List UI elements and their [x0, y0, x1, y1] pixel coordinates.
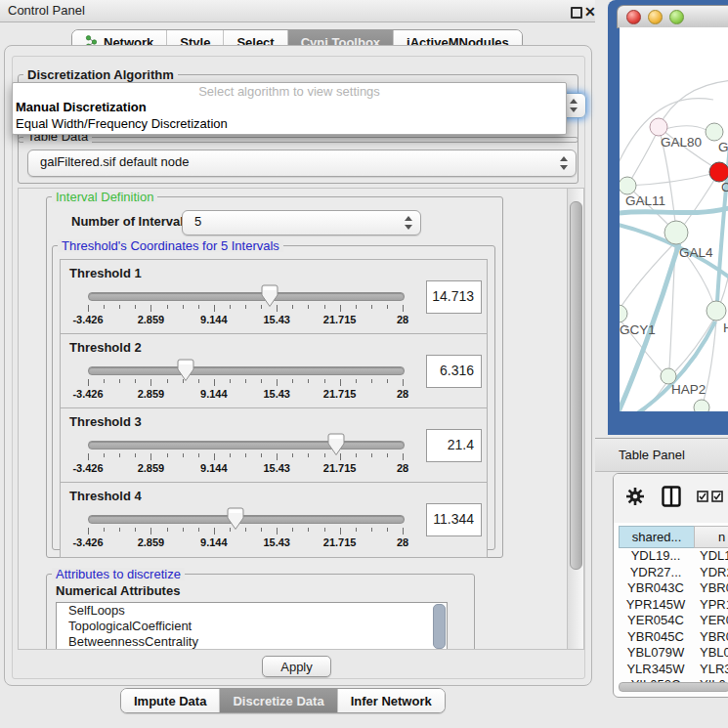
network-window-titlebar[interactable] [617, 5, 728, 28]
tick-label: 2.859 [121, 536, 180, 548]
tick-label: -3.426 [59, 388, 117, 400]
gear-icon[interactable] [625, 487, 645, 506]
network-edge [665, 126, 707, 130]
table-row[interactable]: YBL079WYBL0 [614, 645, 728, 661]
tick-mark [356, 453, 357, 457]
threshold-slider-thumb[interactable] [177, 359, 194, 382]
tick-mark [387, 379, 388, 383]
node-gal4[interactable] [664, 221, 688, 244]
attribute-item-selfloops[interactable]: SelfLoops [57, 603, 447, 619]
attribute-item-betweennesscentrality[interactable]: BetweennessCentrality [57, 634, 447, 650]
tick-mark [119, 453, 120, 457]
scrollbar-thumb[interactable] [570, 201, 582, 570]
node-gal80[interactable] [650, 118, 667, 136]
network-canvas[interactable]: GAL80GACGAL11GAL4GCY1HHAP2 [620, 27, 728, 411]
combo-stepper-icon [569, 99, 577, 112]
threshold-slider-track[interactable] [88, 441, 405, 450]
attribute-item-topologicalcoefficient[interactable]: TopologicalCoefficient [57, 619, 447, 634]
network-edge [659, 80, 728, 127]
tick-mark [308, 305, 309, 309]
column-header-name[interactable]: n [694, 526, 728, 548]
tick-mark [356, 528, 357, 532]
table-row[interactable]: YLR345WYLR3 [614, 662, 728, 677]
node-h[interactable] [707, 301, 726, 321]
threshold-label: Threshold 4 [69, 489, 142, 503]
threshold-value-field[interactable]: 11.344 [426, 503, 482, 536]
tick-mark [340, 305, 341, 312]
threshold-value-field[interactable]: 14.713 [426, 280, 482, 314]
network-view-window[interactable]: GAL80GACGAL11GAL4GCY1HHAP2 [608, 0, 728, 435]
cell-name: YBL0 [700, 645, 728, 661]
threshold-slider-track[interactable] [88, 515, 405, 524]
table-hscrollbar[interactable] [619, 682, 728, 692]
tick-mark [277, 528, 278, 535]
threshold-slider-track[interactable] [88, 366, 405, 375]
threshold-slider-thumb[interactable] [261, 284, 278, 308]
threshold-value-field[interactable]: 6.316 [426, 355, 482, 388]
tick-mark [167, 528, 168, 532]
node-red[interactable] [709, 162, 728, 182]
tab-impute-data[interactable]: Impute Data [121, 689, 220, 712]
table-row[interactable]: YBR043CYBR0 [614, 580, 728, 596]
threshold-slider-thumb[interactable] [327, 433, 345, 456]
tab-discretize-data[interactable]: Discretize Data [220, 689, 337, 712]
threshold-slider-track[interactable] [88, 292, 405, 301]
checkbox-icon[interactable] [697, 491, 708, 502]
attributes-list-scrollbar[interactable] [433, 604, 446, 649]
tick-mark [277, 453, 278, 460]
node-top-right[interactable] [706, 123, 723, 141]
combo-stepper-icon [404, 216, 411, 230]
table-toolbar [614, 474, 728, 523]
close-icon[interactable]: ✕ [584, 1, 596, 22]
table-row[interactable]: YDR27...YDR2 [614, 565, 728, 580]
threshold-value: 6.316 [440, 356, 474, 386]
tab-infer-network[interactable]: Infer Network [338, 689, 445, 712]
node-gcy1[interactable] [620, 305, 627, 322]
cell-shared-name: YBR045C [619, 629, 693, 645]
node-gal11[interactable] [620, 177, 636, 194]
interval-definition-label: Interval Definition [52, 191, 157, 203]
tick-mark [167, 453, 168, 457]
cell-name: YDR2 [700, 565, 728, 580]
split-columns-icon[interactable] [662, 486, 681, 507]
tick-mark [104, 305, 105, 309]
threshold-row-3: Threshold 3-3.4262.8599.14415.4321.71528… [60, 407, 488, 484]
tick-label: 15.43 [247, 314, 306, 325]
float-window-icon[interactable] [571, 7, 582, 19]
number-of-intervals-combo[interactable]: 5 [182, 210, 421, 236]
table-row[interactable]: YDL19...YDL1 [614, 548, 728, 564]
settings-scrollbar[interactable] [567, 188, 584, 650]
checkbox-icon[interactable] [711, 491, 723, 502]
column-header-shared-name[interactable]: shared... [619, 526, 695, 548]
tick-mark [387, 305, 388, 309]
table-row[interactable]: YBR045CYBR0 [614, 629, 728, 645]
cell-shared-name: YDL19... [619, 548, 693, 564]
tick-label: 15.43 [247, 388, 306, 400]
cell-name: YLR3 [700, 662, 728, 677]
table-panel-title: Table Panel [619, 439, 685, 471]
apply-button[interactable]: Apply [262, 656, 331, 677]
tick-label: 9.144 [185, 388, 243, 400]
tick-mark [198, 528, 199, 532]
close-light-icon[interactable] [626, 10, 641, 24]
tick-label: 2.859 [121, 314, 180, 325]
algorithm-option-equal-width-frequency-discretization[interactable]: Equal Width/Frequency Discretization [13, 116, 566, 133]
numerical-attributes-list[interactable]: SelfLoopsTopologicalCoefficientBetweenne… [56, 602, 448, 650]
table-row[interactable]: YPR145WYPR1 [614, 597, 728, 613]
threshold-value-field[interactable]: 21.4 [426, 429, 482, 462]
tick-mark [135, 379, 136, 383]
tick-mark [104, 379, 105, 383]
tick-mark [371, 453, 372, 457]
tick-label: 28 [373, 314, 432, 325]
tick-mark [324, 379, 325, 383]
node-label-h: H [723, 321, 728, 335]
minimize-light-icon[interactable] [648, 10, 663, 24]
zoom-light-icon[interactable] [669, 10, 684, 24]
algorithm-option-manual-discretization[interactable]: Manual Discretization [13, 100, 566, 116]
tick-mark [135, 305, 136, 309]
node-bottom[interactable] [694, 400, 709, 411]
table-data-combo[interactable]: galFiltered.sif default node [27, 150, 577, 177]
threshold-slider-thumb[interactable] [227, 507, 244, 531]
table-row[interactable]: YER054CYER0 [614, 613, 728, 628]
node-label-ga: GA [718, 140, 728, 154]
